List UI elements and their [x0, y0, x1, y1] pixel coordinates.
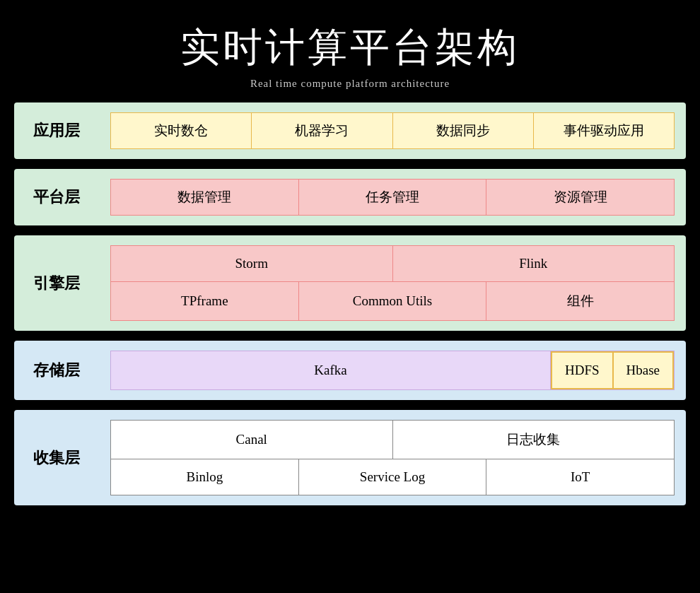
storage-hbase: Hbase: [614, 351, 674, 389]
collect-top-1: 日志收集: [392, 421, 675, 459]
platform-item-0: 数据管理: [110, 179, 299, 216]
collect-bottom-1: Service Log: [298, 459, 486, 495]
page-wrapper: 实时计算平台架构 Real time compute platform arch…: [0, 0, 700, 536]
app-item-1: 机器学习: [252, 113, 392, 148]
collect-bottom-2: IoT: [486, 459, 674, 495]
app-item-2: 数据同步: [393, 113, 534, 148]
storage-layer-row: 存储层 Kafka HDFS Hbase: [14, 341, 686, 400]
engine-bottom-row: TPframe Common Utils 组件: [111, 281, 674, 320]
app-boxes: 实时数仓 机器学习 数据同步 事件驱动应用: [110, 112, 675, 149]
platform-layer-content: 数据管理 任务管理 资源管理: [99, 169, 686, 225]
app-layer-row: 应用层 实时数仓 机器学习 数据同步 事件驱动应用: [14, 102, 686, 159]
subtitle: Real time compute platform architecture: [14, 78, 686, 90]
app-layer-label: 应用层: [14, 102, 99, 159]
platform-item-1: 任务管理: [299, 179, 487, 216]
platform-boxes: 数据管理 任务管理 资源管理: [110, 179, 675, 216]
engine-bottom-2: 组件: [486, 282, 674, 320]
engine-bottom-1: Common Utils: [298, 282, 486, 320]
engine-top-row: Storm Flink: [111, 246, 674, 281]
main-title: 实时计算平台架构: [14, 14, 686, 78]
app-layer-content: 实时数仓 机器学习 数据同步 事件驱动应用: [99, 102, 686, 159]
platform-layer-row: 平台层 数据管理 任务管理 资源管理: [14, 169, 686, 225]
engine-bottom-0: TPframe: [111, 282, 298, 320]
engine-top-0: Storm: [111, 246, 392, 281]
collect-layer-row: 收集层 Canal 日志收集 Binlog Service Log IoT: [14, 410, 686, 505]
engine-grid: Storm Flink TPframe Common Utils 组件: [110, 245, 675, 321]
engine-layer-row: 引擎层 Storm Flink TPframe Common Utils 组件: [14, 235, 686, 331]
storage-layer-content: Kafka HDFS Hbase: [99, 341, 686, 400]
app-item-0: 实时数仓: [111, 113, 252, 148]
collect-layer-content: Canal 日志收集 Binlog Service Log IoT: [99, 410, 686, 505]
storage-boxes: Kafka HDFS Hbase: [110, 351, 675, 390]
platform-layer-label: 平台层: [14, 169, 99, 225]
engine-layer-content: Storm Flink TPframe Common Utils 组件: [99, 235, 686, 331]
collect-grid: Canal 日志收集 Binlog Service Log IoT: [110, 420, 675, 495]
storage-hdfs: HDFS: [551, 351, 614, 389]
storage-kafka: Kafka: [111, 351, 550, 389]
storage-layer-label: 存储层: [14, 341, 99, 400]
app-item-3: 事件驱动应用: [534, 113, 674, 148]
engine-layer-label: 引擎层: [14, 235, 99, 331]
platform-item-2: 资源管理: [486, 179, 675, 216]
collect-top-0: Canal: [111, 421, 392, 459]
collect-layer-label: 收集层: [14, 410, 99, 505]
engine-top-1: Flink: [392, 246, 675, 281]
storage-right: HDFS Hbase: [550, 351, 674, 389]
collect-bottom-row: Binlog Service Log IoT: [111, 459, 674, 495]
collect-bottom-0: Binlog: [111, 459, 298, 495]
collect-top-row: Canal 日志收集: [111, 421, 674, 459]
